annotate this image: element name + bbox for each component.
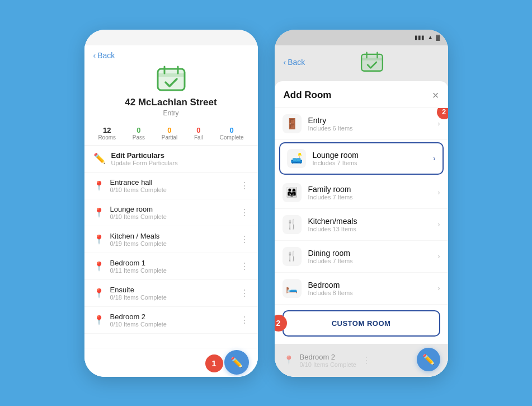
knife-icon: 🍴 — [283, 215, 302, 234]
list-item[interactable]: 📍 Bedroom 1 0/11 Items Complete ⋮ — [84, 253, 258, 280]
pin-icon: 📍 — [93, 207, 105, 218]
kitchen-info: Kitchen/meals Includes 13 Items — [308, 217, 431, 232]
svg-rect-5 — [361, 54, 383, 71]
stat-complete-label: Complete — [220, 134, 244, 141]
left-status-bar — [84, 30, 258, 45]
modal-item-family[interactable]: 👨‍👩‍👧 Family room Includes 7 Items › — [275, 177, 448, 209]
address-title: 42 McLachlan Street — [125, 97, 216, 108]
more-icon[interactable]: ⋮ — [362, 355, 371, 366]
entry-sub: Includes 6 Items — [308, 125, 431, 132]
room-list: 📍 Entrance hall 0/10 Items Complete ⋮ 📍 … — [84, 172, 258, 348]
family-sub: Includes 7 Items — [308, 194, 431, 200]
address-sub: Entry — [163, 109, 178, 117]
stat-partial-label: Partial — [162, 134, 177, 141]
battery-icon: ▓ — [436, 34, 440, 40]
back-label-right: Back — [288, 58, 305, 67]
list-item[interactable]: 📍 Lounge room 0/10 Items Complete ⋮ — [84, 199, 258, 226]
stat-fail-value: 0 — [196, 126, 200, 134]
modal-header: Add Room × — [275, 81, 448, 108]
stat-rooms-value: 12 — [103, 126, 111, 134]
fab-button-left[interactable]: ✏️ — [224, 350, 249, 375]
back-button-right[interactable]: ‹ Back — [284, 58, 305, 67]
bed2-icon: 🛏️ — [283, 279, 302, 298]
modal-item-bedroom[interactable]: 🛏️ Bedroom Includes 8 Items › — [275, 273, 448, 305]
blurred-room-name: Bedroom 2 — [300, 353, 357, 361]
modal-close-button[interactable]: × — [432, 89, 439, 102]
dining-info: Dining room Includes 7 Items — [308, 249, 431, 264]
lounge-sub: Includes 7 Items — [313, 160, 427, 166]
back-label-left: Back — [97, 51, 115, 60]
modal-item-dining[interactable]: 🍴 Dining room Includes 7 Items › — [275, 241, 448, 273]
room-name: Entrance hall — [110, 178, 234, 186]
edit-particulars-text: Edit Particulars Update Form Particulars — [111, 151, 178, 166]
wifi-icon: ▲ — [427, 34, 433, 40]
right-phone: ▮▮▮ ▲ ▓ ‹ Back — [275, 30, 448, 377]
back-button-left[interactable]: ‹ Back — [93, 51, 115, 60]
bedroom-info: Bedroom Includes 8 Items — [308, 281, 431, 296]
room-name: Kitchen / Meals — [110, 232, 234, 240]
lounge-name: Lounge room — [313, 151, 427, 160]
modal-item-entry[interactable]: 🚪 Entry Includes 6 Items › 2 — [275, 108, 448, 140]
stat-fail-label: Fail — [194, 134, 203, 141]
family-name: Family room — [308, 185, 431, 194]
stat-fail: 0 Fail — [194, 126, 203, 141]
stat-rooms: 12 Rooms — [98, 126, 116, 141]
list-item[interactable]: 📍 Entrance hall 0/10 Items Complete ⋮ — [84, 172, 258, 199]
left-phone: ‹ Back 42 McLachlan Street Entry — [84, 30, 258, 377]
add-room-modal: Add Room × 🚪 Entry Includes 6 Items › 2 — [275, 81, 448, 377]
pin-icon: 📍 — [93, 261, 105, 272]
bedroom-sub: Includes 8 Items — [308, 290, 431, 296]
svg-rect-2 — [158, 73, 185, 77]
room-info: Bedroom 2 0/10 Items Complete — [110, 312, 234, 328]
right-phone-content: ‹ Back Add Room — [275, 45, 448, 377]
more-icon[interactable]: ⋮ — [240, 234, 249, 245]
list-item[interactable]: 📍 Kitchen / Meals 0/19 Items Complete ⋮ — [84, 226, 258, 253]
pin-icon: 📍 — [284, 355, 294, 365]
right-calendar-icon — [360, 50, 384, 74]
calendar-icon — [156, 63, 187, 95]
pencil-icon: ✏️ — [93, 152, 106, 165]
more-icon[interactable]: ⋮ — [240, 288, 249, 298]
fab-button-right[interactable]: ✏️ — [417, 348, 440, 371]
more-icon[interactable]: ⋮ — [240, 315, 249, 325]
chevron-right-icon: › — [437, 220, 440, 228]
left-phone-header: ‹ Back 42 McLachlan Street Entry — [84, 45, 258, 122]
more-icon[interactable]: ⋮ — [240, 207, 249, 218]
edit-particulars-sub: Update Form Particulars — [111, 160, 178, 166]
right-status-bar: ▮▮▮ ▲ ▓ — [275, 30, 448, 45]
room-name: Lounge room — [110, 205, 234, 213]
list-item[interactable]: 📍 Ensuite 0/18 Items Complete ⋮ — [84, 280, 258, 307]
dining-sub: Includes 7 Items — [308, 258, 431, 264]
modal-item-kitchen[interactable]: 🍴 Kitchen/meals Includes 13 Items › — [275, 209, 448, 241]
kitchen-sub: Includes 13 Items — [308, 226, 431, 232]
list-item[interactable]: 📍 Bedroom 2 0/10 Items Complete ⋮ — [84, 307, 258, 334]
more-icon[interactable]: ⋮ — [240, 261, 249, 272]
pin-icon: 📍 — [93, 288, 105, 298]
chevron-right-icon: › — [437, 252, 440, 260]
more-icon[interactable]: ⋮ — [240, 180, 249, 191]
room-count: 0/10 Items Complete — [110, 186, 234, 193]
edit-particulars-row[interactable]: ✏️ Edit Particulars Update Form Particul… — [84, 146, 258, 172]
modal-list: 🚪 Entry Includes 6 Items › 2 🛋️ Lounge r… — [275, 108, 448, 344]
custom-room-button[interactable]: CUSTOM ROOM — [283, 310, 440, 337]
blurred-room-count: 0/10 Items Complete — [300, 361, 357, 368]
room-name: Bedroom 1 — [110, 259, 234, 267]
room-name: Ensuite — [110, 286, 234, 294]
family-info: Family room Includes 7 Items — [308, 185, 431, 200]
room-info: Kitchen / Meals 0/19 Items Complete — [110, 232, 234, 247]
stat-complete: 0 Complete — [220, 126, 244, 141]
stat-pass: 0 Pass — [133, 126, 145, 141]
chevron-right-icon: › — [437, 119, 440, 128]
bed-icon: 🛋️ — [287, 149, 306, 168]
lounge-info: Lounge room Includes 7 Items — [313, 151, 427, 166]
right-top-bar: ‹ Back — [275, 45, 448, 79]
chevron-right-icon: › — [433, 154, 435, 162]
badge-2-entry: 2 — [437, 108, 448, 119]
stat-pass-value: 0 — [136, 126, 140, 134]
svg-rect-0 — [158, 69, 185, 90]
modal-item-lounge[interactable]: 🛋️ Lounge room Includes 7 Items › — [279, 142, 444, 175]
door-icon: 🚪 — [283, 114, 302, 133]
svg-rect-7 — [361, 58, 383, 60]
stats-row: 12 Rooms 0 Pass 0 Partial 0 Fail 0 Com — [84, 122, 258, 146]
chevron-right-icon: › — [437, 284, 440, 292]
